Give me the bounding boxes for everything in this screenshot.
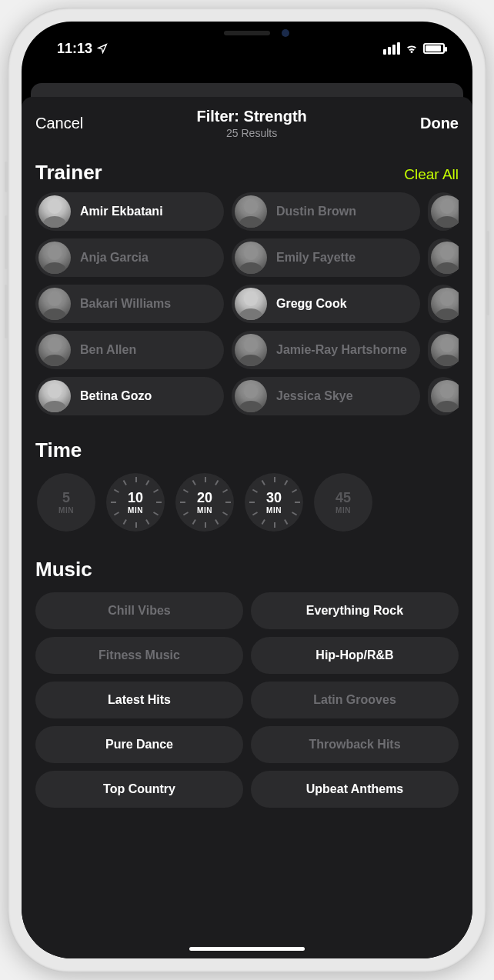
location-icon: [97, 43, 108, 54]
trainer-avatar: [38, 288, 71, 320]
trainer-chip[interactable]: Amir Ekbatani: [35, 192, 224, 231]
trainer-chip-peek[interactable]: [428, 377, 459, 415]
trainer-name-label: Amir Ekbatani: [80, 205, 163, 218]
home-indicator[interactable]: [189, 947, 305, 951]
time-chip-5[interactable]: 5MIN: [37, 473, 95, 532]
time-value: 45: [335, 491, 351, 505]
trainer-chip-peek[interactable]: [428, 192, 459, 231]
time-section-title: Time: [35, 438, 459, 462]
trainer-name-label: Gregg Cook: [276, 297, 347, 311]
clear-all-button[interactable]: Clear All: [404, 166, 459, 183]
trainer-name-label: Betina Gozo: [80, 389, 152, 403]
music-chip[interactable]: Throwback Hits: [251, 726, 459, 763]
notch: [162, 22, 332, 45]
trainer-name-label: Bakari Williams: [80, 297, 171, 311]
mute-switch: [5, 162, 8, 192]
music-chip[interactable]: Upbeat Anthems: [251, 771, 459, 808]
trainer-avatar: [431, 288, 459, 320]
trainer-chip[interactable]: Jamie-Ray Hartshorne: [232, 331, 420, 369]
trainer-chip[interactable]: Bakari Williams: [35, 285, 224, 323]
cellular-icon: [383, 42, 400, 55]
trainer-avatar: [431, 242, 459, 274]
trainer-avatar: [235, 380, 267, 412]
trainer-name-label: Ben Allen: [80, 343, 136, 357]
music-grid: Chill VibesEverything RockFitness MusicH…: [35, 592, 459, 808]
trainer-section-title: Trainer: [35, 161, 102, 185]
phone-frame: 11:13 Cancel Filter: Strength 25 Results…: [8, 8, 486, 972]
trainer-chip-peek[interactable]: [428, 331, 459, 369]
trainer-chip[interactable]: Betina Gozo: [35, 377, 224, 415]
trainer-chip-peek[interactable]: [428, 285, 459, 323]
status-time: 11:13: [57, 41, 92, 57]
trainer-avatar: [235, 242, 267, 274]
trainer-grid[interactable]: Amir EkbataniAnja GarciaBakari WilliamsB…: [35, 192, 459, 415]
results-count: 25 Results: [196, 127, 306, 139]
time-unit-label: MIN: [335, 506, 351, 515]
time-chip-20[interactable]: 20MIN: [175, 473, 234, 532]
music-chip[interactable]: Fitness Music: [35, 637, 243, 674]
trainer-avatar: [235, 334, 267, 366]
music-section-title: Music: [35, 558, 459, 582]
filter-sheet: Cancel Filter: Strength 25 Results Done …: [22, 97, 472, 958]
music-chip[interactable]: Latest Hits: [35, 682, 243, 718]
music-chip[interactable]: Chill Vibes: [35, 592, 243, 629]
time-chip-30[interactable]: 30MIN: [245, 473, 303, 532]
music-chip[interactable]: Everything Rock: [251, 592, 459, 629]
time-chip-10[interactable]: 10MIN: [106, 473, 165, 532]
sheet-title: Filter: Strength: [196, 108, 306, 125]
music-chip[interactable]: Pure Dance: [35, 726, 243, 763]
trainer-avatar: [38, 334, 71, 366]
trainer-avatar: [431, 334, 459, 366]
screen: 11:13 Cancel Filter: Strength 25 Results…: [22, 22, 472, 958]
power-button: [486, 231, 489, 315]
music-chip[interactable]: Top Country: [35, 771, 243, 808]
trainer-chip[interactable]: Ben Allen: [35, 331, 224, 369]
cancel-button[interactable]: Cancel: [35, 115, 83, 132]
music-chip[interactable]: Hip-Hop/R&B: [251, 637, 459, 674]
volume-down-button: [5, 285, 8, 338]
trainer-avatar: [38, 242, 71, 274]
trainer-avatar: [431, 380, 459, 412]
trainer-avatar: [38, 195, 71, 228]
sheet-header: Cancel Filter: Strength 25 Results Done: [22, 97, 472, 147]
time-unit-label: MIN: [58, 506, 74, 515]
time-row: 5MIN10MIN20MIN30MIN45MIN: [35, 473, 459, 532]
trainer-name-label: Emily Fayette: [276, 251, 355, 265]
trainer-chip-peek[interactable]: [428, 238, 459, 277]
trainer-name-label: Jessica Skye: [276, 389, 353, 403]
trainer-name-label: Dustin Brown: [276, 205, 356, 218]
trainer-avatar: [38, 380, 71, 412]
trainer-name-label: Jamie-Ray Hartshorne: [276, 343, 407, 357]
volume-up-button: [5, 215, 8, 269]
trainer-name-label: Anja Garcia: [80, 251, 149, 265]
battery-icon: [423, 43, 445, 54]
done-button[interactable]: Done: [420, 115, 459, 132]
wifi-icon: [405, 42, 419, 55]
trainer-avatar: [235, 195, 267, 228]
time-value: 5: [62, 491, 70, 505]
trainer-chip[interactable]: Jessica Skye: [232, 377, 420, 415]
trainer-chip[interactable]: Anja Garcia: [35, 238, 224, 277]
trainer-avatar: [431, 195, 459, 228]
trainer-chip[interactable]: Emily Fayette: [232, 238, 420, 277]
music-chip[interactable]: Latin Grooves: [251, 682, 459, 718]
time-chip-45[interactable]: 45MIN: [314, 473, 372, 532]
trainer-avatar: [235, 288, 267, 320]
trainer-chip[interactable]: Gregg Cook: [232, 285, 420, 323]
trainer-chip[interactable]: Dustin Brown: [232, 192, 420, 231]
